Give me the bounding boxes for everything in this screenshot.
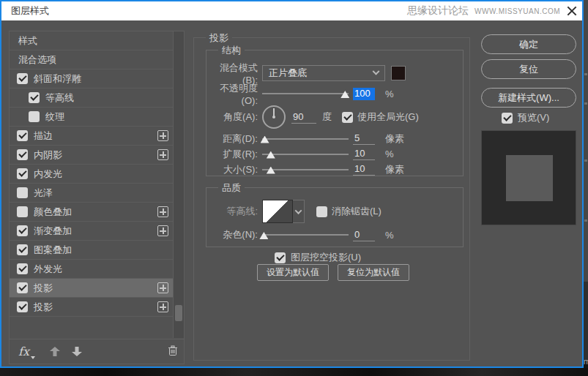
effect-enabled-checkbox[interactable] xyxy=(29,111,40,122)
spread-slider[interactable] xyxy=(262,148,349,160)
move-up-icon[interactable] xyxy=(50,347,60,356)
sidebar-item-12[interactable]: 外发光 xyxy=(10,260,173,279)
add-effect-plus-icon[interactable] xyxy=(157,149,168,160)
dialog-title: 图层样式 xyxy=(11,4,49,18)
effect-enabled-checkbox[interactable] xyxy=(17,130,28,141)
preview-inner-square xyxy=(506,155,553,201)
noise-unit: % xyxy=(385,230,394,241)
noise-slider[interactable] xyxy=(262,229,349,241)
layer-knockout-row: 图层挖空投影(U) xyxy=(275,251,361,264)
sidebar-item-2[interactable]: 斜面和浮雕 xyxy=(10,69,173,89)
sidebar-item-4[interactable]: 纹理 xyxy=(10,108,173,127)
blend-mode-dropdown[interactable]: 正片叠底 xyxy=(262,65,385,81)
background-fragment xyxy=(584,159,587,162)
distance-slider-thumb[interactable] xyxy=(261,136,269,143)
preview-checkbox[interactable] xyxy=(502,113,513,124)
sidebar-item-label: 样式 xyxy=(18,34,37,48)
sidebar-item-label: 外发光 xyxy=(34,263,62,276)
distance-label: 距离(D): xyxy=(206,132,258,146)
size-label: 大小(S): xyxy=(206,163,258,176)
reset-button[interactable]: 复位 xyxy=(481,59,576,79)
distance-slider[interactable] xyxy=(262,133,349,145)
styles-scrollbar[interactable] xyxy=(173,31,184,338)
contour-thumbnail[interactable] xyxy=(262,200,293,223)
contour-dropdown-arrow[interactable] xyxy=(293,200,305,223)
opacity-slider[interactable] xyxy=(262,88,349,99)
background-fragment xyxy=(584,73,587,75)
effect-preview-thumbnail xyxy=(481,130,576,225)
size-value[interactable]: 10 xyxy=(353,163,375,176)
sidebar-item-label: 投影 xyxy=(34,282,53,295)
layer-knockout-checkbox[interactable] xyxy=(275,252,286,263)
opacity-slider-thumb[interactable] xyxy=(340,91,349,98)
opacity-value[interactable]: 100 xyxy=(353,88,375,100)
make-default-button[interactable]: 设置为默认值 xyxy=(257,264,329,281)
shadow-color-swatch[interactable] xyxy=(391,66,406,80)
sidebar-item-5[interactable]: 描边 xyxy=(10,127,173,146)
preview-label: 预览(V) xyxy=(518,111,549,124)
reset-default-button[interactable]: 复位为默认值 xyxy=(338,264,409,281)
add-effect-plus-icon[interactable] xyxy=(157,130,168,141)
fx-menu-button[interactable]: fx xyxy=(18,345,29,358)
sidebar-item-10[interactable]: 渐变叠加 xyxy=(10,222,173,241)
sidebar-item-1[interactable]: 混合选项 xyxy=(10,50,173,69)
contour-picker[interactable] xyxy=(262,200,305,223)
sidebar-item-label: 颜色叠加 xyxy=(34,206,72,219)
sidebar-item-3[interactable]: 等高线 xyxy=(10,89,173,108)
angle-value[interactable]: 90 xyxy=(291,111,316,124)
sidebar-item-label: 渐变叠加 xyxy=(34,225,72,238)
opacity-unit: % xyxy=(385,89,394,99)
close-icon[interactable] xyxy=(566,5,578,17)
use-global-light-checkbox[interactable] xyxy=(342,112,353,123)
add-effect-plus-icon[interactable] xyxy=(157,301,168,312)
sidebar-item-8[interactable]: 光泽 xyxy=(10,184,173,203)
effect-enabled-checkbox[interactable] xyxy=(17,187,28,198)
sidebar-item-11[interactable]: 图案叠加 xyxy=(10,241,173,260)
effect-enabled-checkbox[interactable] xyxy=(17,301,28,312)
default-buttons: 设置为默认值 复位为默认值 xyxy=(257,264,409,281)
ok-button[interactable]: 确定 xyxy=(481,34,576,54)
anti-alias-checkbox[interactable] xyxy=(316,206,327,217)
add-effect-plus-icon[interactable] xyxy=(157,225,168,236)
sidebar-item-7[interactable]: 内发光 xyxy=(10,165,173,184)
spread-slider-thumb[interactable] xyxy=(267,151,275,159)
sidebar-item-9[interactable]: 颜色叠加 xyxy=(10,203,173,222)
effect-enabled-checkbox[interactable] xyxy=(17,282,28,293)
noise-value[interactable]: 0 xyxy=(353,229,375,241)
sidebar-item-13[interactable]: 投影 xyxy=(10,279,173,298)
spread-value[interactable]: 10 xyxy=(353,148,375,160)
effect-enabled-checkbox[interactable] xyxy=(29,92,40,103)
effect-enabled-checkbox[interactable] xyxy=(17,263,28,274)
sidebar-item-6[interactable]: 内阴影 xyxy=(10,146,173,165)
move-down-icon[interactable] xyxy=(72,347,82,356)
add-effect-plus-icon[interactable] xyxy=(157,206,168,217)
delete-effect-icon[interactable] xyxy=(168,345,178,358)
sidebar-item-label: 内阴影 xyxy=(34,148,62,162)
effect-enabled-checkbox[interactable] xyxy=(17,149,28,160)
noise-label: 杂色(N): xyxy=(206,228,258,241)
distance-value[interactable]: 5 xyxy=(353,132,375,145)
effect-enabled-checkbox[interactable] xyxy=(17,168,28,179)
size-slider[interactable] xyxy=(262,164,349,176)
scrollbar-thumb[interactable] xyxy=(175,305,182,321)
sidebar-item-label: 投影 xyxy=(34,301,53,314)
noise-slider-thumb[interactable] xyxy=(259,232,268,239)
background-sliver-bottom xyxy=(0,368,588,376)
effect-enabled-checkbox[interactable] xyxy=(17,225,28,236)
sidebar-item-label: 等高线 xyxy=(45,91,74,105)
use-global-light-label: 使用全局光(G) xyxy=(357,110,419,124)
sidebar-item-0[interactable]: 样式 xyxy=(10,31,173,50)
effect-enabled-checkbox[interactable] xyxy=(17,206,28,217)
drop-shadow-panel: 投影 结构 混合模式(B): 正片叠底 不透明度(O): 100 xyxy=(193,37,470,361)
chevron-down-icon xyxy=(373,67,380,75)
watermark: 思缘设计论坛 WWW.MISSYUAN.COM xyxy=(407,4,560,18)
effect-enabled-checkbox[interactable] xyxy=(17,73,28,84)
add-effect-plus-icon[interactable] xyxy=(157,282,168,293)
size-slider-thumb[interactable] xyxy=(267,167,275,174)
quality-legend: 品质 xyxy=(218,181,245,195)
effect-enabled-checkbox[interactable] xyxy=(17,244,28,255)
new-style-button[interactable]: 新建样式(W)... xyxy=(481,88,576,108)
sidebar-item-14[interactable]: 投影 xyxy=(10,298,173,317)
size-unit: 像素 xyxy=(385,163,404,176)
angle-dial[interactable] xyxy=(262,105,286,129)
